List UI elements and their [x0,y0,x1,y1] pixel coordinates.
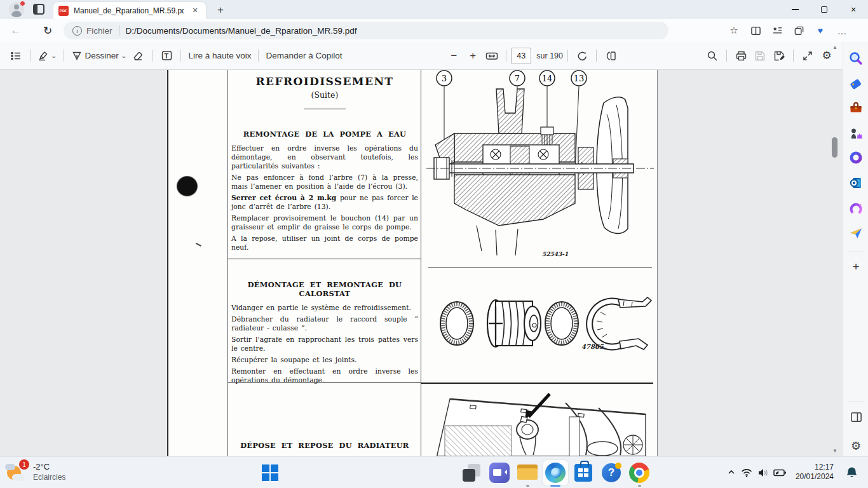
sidebar-shopping-icon[interactable] [848,76,864,92]
start-button[interactable] [257,460,283,485]
file-explorer-button[interactable] [515,460,540,485]
scroll-up-icon[interactable]: ▲ [829,44,841,50]
callout-7: 7 [515,74,520,83]
ask-copilot-button[interactable]: Demander à Copilot [263,46,344,66]
thermostat-parts-figure [430,289,654,360]
minimize-icon [792,9,799,10]
pdf-viewport[interactable]: REFROIDISSEMENT (Suite) REMONTAGE DE LA … [0,70,843,456]
edge-button[interactable] [543,460,568,485]
paragraph: Remplacer provisoirement le bouchon (14)… [231,214,418,232]
fullscreen-icon[interactable] [798,46,817,66]
read-aloud-button[interactable]: Lire à haute voix [186,46,254,66]
page-info-icon[interactable]: i [72,26,82,36]
tray-date: 20/01/2024 [796,472,834,482]
eraser-icon[interactable] [128,46,147,66]
refresh-icon[interactable]: ↻ [37,21,58,40]
browser-tab[interactable]: PDF Manuel_de_Rparation_MR.59.pdf ✕ [53,2,206,19]
url-bar[interactable]: i Fichier D:/Documents/Documents/Manuel_… [64,22,668,39]
draw-button[interactable]: Dessiner ⌄ [69,46,129,66]
zoom-in-icon[interactable]: + [463,46,482,66]
windows-logo-icon [262,464,278,481]
sidebar-outlook-icon[interactable] [848,175,864,191]
chevron-down-icon[interactable]: ⌄ [50,53,57,59]
url-text[interactable]: D:/Documents/Documents/Manuel_de_Rparati… [126,26,357,36]
favorites-bar-icon[interactable] [766,21,788,40]
save-icon [750,46,770,66]
chrome-button[interactable] [627,460,652,485]
table-of-contents-icon[interactable] [6,46,25,66]
sidebar-add-icon[interactable]: + [848,259,864,274]
save-as-icon[interactable] [770,46,789,66]
add-text-icon[interactable]: T [157,46,176,66]
tray-time: 12:17 [796,463,834,472]
volume-icon[interactable] [757,468,769,480]
paragraph: Ne pas enfoncer à fond l’arbre (7) à la … [231,173,418,191]
callout-13: 13 [574,74,585,83]
section-pump-reassembly: REMONTAGE DE LA POMPE A EAU Effectuer en… [231,130,418,255]
task-view-button[interactable] [459,460,484,485]
search-document-icon[interactable] [703,46,722,66]
window-maximize-button[interactable] [810,0,839,19]
pdf-toolbar: ⌄ Dessiner ⌄ T Lire à haute voix Demande… [0,42,843,70]
wifi-icon[interactable] [741,468,752,480]
maximize-icon [821,6,827,13]
sidebar-drop-icon[interactable] [848,226,864,241]
window-minimize-button[interactable] [780,0,810,19]
battery-icon[interactable] [773,468,787,480]
section-heading: DÉMONTAGE ET REMONTAGE DU CALORSTAT [231,280,418,298]
settings-menu-icon[interactable]: … [831,21,853,40]
tab-title: Manuel_de_Rparation_MR.59.pdf [74,6,184,15]
figure-reference: 47865. [581,343,606,350]
tray-chevron-up-icon[interactable] [727,468,736,479]
screen: PDF Manuel_de_Rparation_MR.59.pdf ✕ + ✕ … [0,0,868,488]
print-icon[interactable] [731,46,750,66]
section-thermostat: DÉMONTAGE ET REMONTAGE DU CALORSTAT Vida… [231,280,418,388]
help-button[interactable]: ? [599,460,624,485]
split-screen-icon[interactable] [745,21,766,40]
chevron-down-icon[interactable]: ⌄ [120,53,127,59]
store-button[interactable] [571,460,596,485]
clock[interactable]: 12:17 20/01/2024 [796,463,834,482]
rotate-icon[interactable] [573,46,592,66]
taskbar: 1 -2°C Eclaircies Rechercher [0,456,868,488]
store-icon [574,464,592,482]
edge-sidebar: + ⚙ [843,42,868,456]
pdf-scrollbar[interactable]: ▲ ▼ [829,42,841,456]
radiator-figure [432,389,656,456]
scrollbar-thumb[interactable] [832,137,837,158]
paragraph: Sortir l’agrafe en rapprochant les trois… [231,336,418,353]
sidebar-settings-gear-icon[interactable]: ⚙ [848,438,864,454]
sidebar-toolbox-icon[interactable] [848,100,864,116]
chat-button[interactable] [487,460,512,485]
favorite-star-icon[interactable]: ☆ [723,21,745,40]
browser-essentials-icon[interactable]: ♥ [810,21,831,40]
notification-bell-icon[interactable] [846,466,858,482]
tab-close-icon[interactable]: ✕ [189,5,201,17]
collections-icon[interactable] [788,21,810,40]
zoom-out-icon[interactable]: − [444,46,463,66]
document-subtitle: (Suite) [231,90,418,100]
sidebar-microsoft365-icon[interactable] [848,150,864,165]
callout-14: 14 [542,74,553,83]
highlighter-icon[interactable]: ⌄ [35,46,59,66]
section-radiator: DÉPOSE ET REPOSE DU RADIATEUR [231,441,418,456]
fit-to-width-icon[interactable] [482,46,501,66]
workspaces-icon[interactable] [33,4,44,15]
callout-3: 3 [442,74,447,83]
weather-temperature: -2°C [33,462,65,472]
page-view-icon[interactable] [601,46,620,66]
window-close-button[interactable]: ✕ [839,0,868,19]
section-heading: REMONTAGE DE LA POMPE A EAU [231,130,418,139]
sidebar-search-icon[interactable] [848,51,864,66]
weather-condition: Eclaircies [33,472,65,482]
pdf-file-icon: PDF [58,6,69,16]
sidebar-panel-icon[interactable] [848,409,864,424]
page-number-input[interactable] [511,48,531,64]
sidebar-games-icon[interactable] [848,126,864,141]
edge-icon [545,463,566,483]
sidebar-image-creator-icon[interactable] [848,201,864,216]
scroll-down-icon[interactable]: ▼ [829,448,841,454]
weather-widget[interactable]: 1 -2°C Eclaircies [5,461,65,484]
back-icon[interactable]: ← [5,21,27,40]
new-tab-button[interactable]: + [212,3,229,18]
